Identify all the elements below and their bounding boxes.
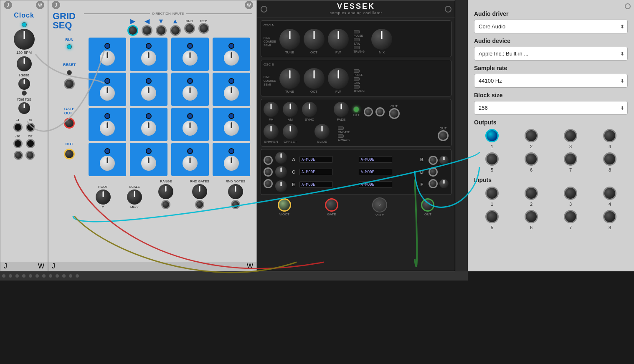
clock-out-jack1[interactable] [14, 151, 23, 160]
triang-btn-a[interactable] [354, 46, 360, 49]
mode-knob-3[interactable] [275, 180, 287, 192]
out-jack[interactable] [64, 149, 75, 159]
mode-out-jack-top-1[interactable] [429, 156, 438, 165]
dir-rnd-jack[interactable] [184, 23, 195, 34]
grid-cell-2-2[interactable] [171, 108, 209, 141]
input-jack-3[interactable] [564, 187, 577, 200]
fade-knob[interactable] [334, 102, 349, 117]
voct-jack[interactable] [278, 198, 291, 212]
gate-bottom-jack[interactable] [325, 198, 338, 212]
grid-cell-3-3[interactable] [213, 143, 250, 176]
ongate-btn[interactable] [338, 126, 344, 130]
glide-out-jack[interactable] [438, 130, 449, 141]
mode-knob-2[interactable] [275, 166, 287, 178]
input-jack-1[interactable] [485, 187, 499, 200]
btn-f[interactable]: F [418, 182, 426, 187]
triang-btn-b[interactable] [354, 85, 360, 88]
grid-cell-1-1[interactable] [130, 73, 167, 106]
output-jack-7[interactable] [564, 152, 577, 166]
root-knob[interactable] [96, 190, 111, 205]
dir-up-jack[interactable] [170, 25, 181, 36]
audio-device-select[interactable]: Apple Inc.: Built-in ... [474, 47, 628, 61]
audio-driver-select-wrapper[interactable]: Core Audio [474, 20, 628, 33]
mode-out-knob-bot[interactable] [439, 179, 449, 188]
rnd-gates-jack[interactable] [195, 200, 204, 209]
pw-a-knob[interactable] [328, 29, 349, 50]
output-jack-8[interactable] [603, 152, 616, 166]
reset-jack[interactable] [64, 78, 75, 89]
block-size-select-wrapper[interactable]: 256 [474, 101, 628, 115]
mode-in-jack-3[interactable] [264, 179, 273, 188]
mode-out-knob-top[interactable] [439, 156, 449, 165]
grid-cell-3-0[interactable] [89, 143, 126, 176]
offset-knob[interactable] [283, 124, 298, 139]
grid-cell-2-0[interactable] [89, 108, 126, 141]
settings-close-btn[interactable] [625, 3, 631, 9]
grid-cell-2-3[interactable] [213, 108, 250, 141]
clock-bpm-fine-knob[interactable] [17, 56, 32, 71]
mode-knob-1[interactable] [275, 152, 287, 164]
mode-out-jack-bot-1[interactable] [429, 179, 438, 188]
output-jack-6[interactable] [525, 152, 538, 166]
mod-jack-1[interactable] [364, 107, 373, 116]
audio-device-select-wrapper[interactable]: Apple Inc.: Built-in ... [474, 47, 628, 61]
fm-knob[interactable] [264, 102, 279, 117]
input-jack-2[interactable] [525, 187, 538, 200]
grid-cell-0-2[interactable] [171, 38, 209, 71]
btn-b[interactable]: B [418, 157, 426, 162]
block-size-select[interactable]: 256 [474, 101, 628, 115]
input-jack-5[interactable] [485, 210, 499, 223]
pw-b-knob[interactable] [328, 68, 349, 89]
pulse-btn-a[interactable] [354, 30, 360, 33]
mod-out-jack[interactable] [389, 108, 400, 119]
rnd-notes-knob[interactable] [228, 184, 243, 199]
btn-a[interactable]: A [289, 157, 298, 162]
btn-c[interactable]: C [289, 169, 298, 174]
saw-btn-a[interactable] [354, 38, 360, 41]
oct-a-knob[interactable] [304, 29, 325, 50]
clock-reset-knob[interactable] [18, 78, 30, 90]
output-jack-4[interactable] [603, 129, 616, 142]
output-jack-1[interactable] [485, 129, 499, 142]
mode-in-jack-1[interactable] [264, 156, 273, 165]
scale-knob[interactable] [127, 190, 142, 205]
rnd-notes-jack[interactable] [231, 200, 240, 209]
clock-div8-jack[interactable] [26, 123, 35, 132]
mix-knob[interactable] [371, 29, 392, 50]
glide-knob[interactable] [314, 124, 330, 139]
oct-b-knob[interactable] [304, 68, 325, 89]
range-knob[interactable] [158, 184, 173, 199]
btn-d[interactable]: D [418, 169, 426, 174]
tune-b-knob[interactable] [279, 68, 300, 89]
grid-cell-0-0[interactable] [89, 38, 126, 71]
audio-driver-select[interactable]: Core Audio [474, 20, 628, 33]
output-jack-2[interactable] [525, 129, 538, 142]
am-knob[interactable] [283, 102, 298, 117]
vessek-menu-btn[interactable] [445, 6, 451, 13]
grid-cell-1-0[interactable] [89, 73, 126, 106]
grid-cell-0-1[interactable] [130, 38, 167, 71]
vessek-close-btn[interactable] [261, 6, 267, 13]
dir-left-jack[interactable] [142, 25, 152, 36]
input-jack-6[interactable] [525, 210, 538, 223]
clock-div16-jack[interactable] [13, 139, 23, 148]
input-jack-8[interactable] [603, 210, 616, 223]
pulse-btn-b[interactable] [354, 69, 360, 73]
clock-div32-jack[interactable] [26, 139, 35, 148]
dir-right-jack[interactable] [127, 25, 138, 36]
sample-rate-select-wrapper[interactable]: 44100 Hz [474, 74, 628, 88]
grid-cell-3-1[interactable] [130, 143, 167, 176]
range-jack[interactable] [161, 200, 170, 209]
grid-cell-2-1[interactable] [130, 108, 167, 141]
shaper-knob[interactable] [264, 124, 279, 139]
dir-rep-jack[interactable] [198, 23, 209, 34]
sync-knob[interactable] [302, 102, 317, 117]
clock-rndrst-knob[interactable] [18, 102, 30, 114]
clock-div4-jack[interactable] [13, 123, 23, 132]
rnd-gates-knob[interactable] [192, 184, 207, 199]
dir-down-jack[interactable] [156, 25, 167, 36]
input-jack-7[interactable] [564, 210, 577, 223]
vessek-out-jack[interactable] [421, 198, 434, 212]
output-jack-5[interactable] [485, 152, 499, 166]
btn-e[interactable]: E [289, 182, 298, 187]
